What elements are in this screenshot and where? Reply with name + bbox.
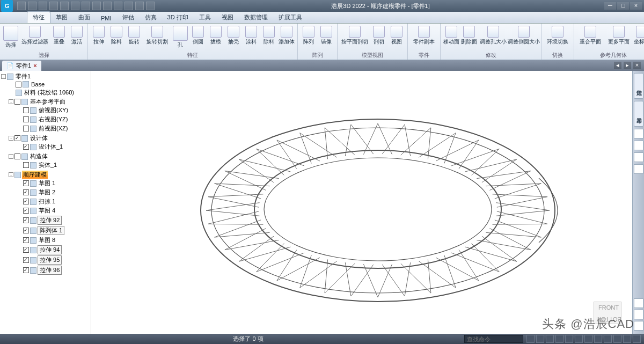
status-icon-8[interactable] <box>594 335 602 343</box>
ribbon-button-调整孔大小[interactable]: 调整孔大小 <box>478 25 508 46</box>
status-icon-9[interactable] <box>604 335 612 343</box>
tree-row[interactable]: 设计体_1 <box>16 143 90 151</box>
ribbon-button-旋转[interactable]: 旋转 <box>126 25 143 46</box>
3d-viewport[interactable]: FRONT BOTTOM <box>91 71 632 334</box>
dock-button-1[interactable]: 布局器 <box>634 101 643 127</box>
checkbox[interactable] <box>16 82 21 87</box>
ribbon-button-视图[interactable]: 视图 <box>388 25 405 46</box>
tree-row[interactable]: 材料 (花纹铝 1060) <box>9 89 90 97</box>
checkbox[interactable] <box>23 237 29 243</box>
ribbon-button-除料[interactable]: 除料 <box>260 25 277 46</box>
tree-row[interactable]: 扫掠 1 <box>16 197 90 206</box>
tree-row[interactable]: 前视图(XZ) <box>16 125 90 133</box>
doc-tool-right-icon[interactable]: ▸ <box>624 62 631 69</box>
doc-tool-close-icon[interactable]: × <box>633 62 641 69</box>
minimize-button[interactable]: ─ <box>604 2 616 10</box>
tree-row[interactable]: Base <box>9 81 90 87</box>
checkbox[interactable] <box>14 153 20 159</box>
dock-lower-icon[interactable] <box>634 298 643 308</box>
tree-row[interactable]: 拉伸 96 <box>16 266 90 275</box>
ribbon-button-删除面[interactable]: 删除面 <box>460 25 478 46</box>
tree-row[interactable]: -基本参考平面 <box>9 98 90 106</box>
checkbox[interactable] <box>23 162 29 168</box>
status-icon-5[interactable] <box>565 335 573 343</box>
checkbox[interactable] <box>23 107 29 113</box>
ribbon-button-环境切换[interactable]: 环境切换 <box>544 25 572 46</box>
dock-button-3[interactable] <box>634 141 643 150</box>
tree-row[interactable]: 拉伸 95 <box>16 255 90 265</box>
viewcube-front[interactable]: FRONT <box>598 304 619 311</box>
ribbon-button-倒圆[interactable]: 倒圆 <box>189 25 207 46</box>
ribbon-tab-特征[interactable]: 特征 <box>27 11 50 23</box>
checkbox[interactable] <box>23 144 29 150</box>
checkbox[interactable] <box>23 257 29 263</box>
qat-btn6-icon[interactable] <box>71 2 79 10</box>
qat-undo-icon[interactable] <box>28 2 36 10</box>
command-search-input[interactable] <box>464 335 523 343</box>
ribbon-button-阵列[interactable]: 阵列 <box>300 25 317 46</box>
ribbon-tab-曲面[interactable]: 曲面 <box>73 12 96 23</box>
dock-button-0[interactable]: 定式估计 <box>634 73 643 99</box>
ribbon-button-选择过滤器[interactable]: 选择过滤器 <box>20 25 50 46</box>
maximize-button[interactable]: □ <box>617 2 629 10</box>
ribbon-button-涂料[interactable]: 涂料 <box>243 25 260 46</box>
ribbon-button-剖切[interactable]: 剖切 <box>370 25 387 46</box>
qat-btn5-icon[interactable] <box>60 2 69 10</box>
ribbon-button-旋转切割[interactable]: 旋转切割 <box>143 25 171 46</box>
ribbon-tab-草图[interactable]: 草图 <box>50 12 73 23</box>
qat-print-icon[interactable] <box>49 2 58 10</box>
status-icon-12[interactable] <box>633 335 641 343</box>
qat-dropdown-icon[interactable] <box>146 2 155 10</box>
app-logo-icon[interactable]: G <box>1 0 13 12</box>
close-button[interactable]: × <box>630 2 642 10</box>
tree-row[interactable]: -零件1 <box>1 72 90 80</box>
ribbon-tab-仿真[interactable]: 仿真 <box>140 12 162 23</box>
ribbon-tab-PMI[interactable]: PMI <box>96 13 117 23</box>
ribbon-button-按平面剖切[interactable]: 按平面剖切 <box>340 25 370 46</box>
ribbon-button-调整倒圆大小[interactable]: 调整倒圆大小 <box>509 25 539 46</box>
status-icon-6[interactable] <box>575 335 583 343</box>
ribbon-button-坐标系[interactable]: 坐标系 <box>633 25 644 46</box>
status-icon-3[interactable] <box>546 335 554 343</box>
checkbox[interactable] <box>14 99 20 105</box>
tree-row[interactable]: 阵列体 1 <box>16 226 90 235</box>
tree-row[interactable]: 拉伸 92 <box>16 216 90 225</box>
tree-row[interactable]: 草图 4 <box>16 207 90 215</box>
ribbon-button-镜像[interactable]: 镜像 <box>318 25 335 46</box>
tree-row[interactable]: -设计体 <box>9 134 90 142</box>
expand-icon[interactable]: - <box>9 136 13 141</box>
checkbox[interactable] <box>23 217 29 223</box>
dock-button-2[interactable] <box>634 129 643 138</box>
tree-row[interactable]: 草图 2 <box>16 188 90 196</box>
ribbon-button-更多平面[interactable]: 更多平面 <box>605 25 633 46</box>
checkbox[interactable] <box>23 180 29 186</box>
ribbon-tab-工具[interactable]: 工具 <box>194 12 216 23</box>
ribbon-button-孔[interactable]: 孔 <box>172 25 189 49</box>
status-icon-7[interactable] <box>584 335 592 343</box>
ribbon-button-激活[interactable]: 激活 <box>68 25 85 46</box>
ribbon-tab-扩展工具[interactable]: 扩展工具 <box>273 12 308 23</box>
expand-icon[interactable]: - <box>9 99 13 104</box>
ribbon-button-重叠[interactable]: 重叠 <box>50 25 68 46</box>
qat-redo-icon[interactable] <box>39 2 47 10</box>
tree-row[interactable]: 实体_1 <box>16 161 90 169</box>
tree-row[interactable]: 右视图(YZ) <box>16 115 90 123</box>
qat-btn10-icon[interactable] <box>114 2 122 10</box>
ribbon-button-添加体[interactable]: 添加体 <box>278 25 295 46</box>
tree-row[interactable]: 草图 8 <box>16 236 90 244</box>
ribbon-tab-视图[interactable]: 视图 <box>216 12 239 23</box>
status-icon-1[interactable] <box>526 335 535 343</box>
qat-save-icon[interactable] <box>17 2 26 10</box>
checkbox[interactable] <box>14 135 20 141</box>
qat-btn7-icon[interactable] <box>82 2 90 10</box>
checkbox[interactable] <box>23 116 29 122</box>
tree-row[interactable]: -顺序建模 <box>9 171 90 179</box>
ribbon-button-除料[interactable]: 除料 <box>108 25 125 46</box>
doc-close-button[interactable]: × <box>33 62 36 69</box>
checkbox[interactable] <box>23 228 29 233</box>
checkbox[interactable] <box>23 199 29 204</box>
dock-lower-icon[interactable] <box>634 321 643 331</box>
ribbon-tab-评估[interactable]: 评估 <box>117 12 140 23</box>
doc-tool-left-icon[interactable]: ◂ <box>614 62 621 69</box>
ribbon-button-拉伸[interactable]: 拉伸 <box>90 25 107 46</box>
